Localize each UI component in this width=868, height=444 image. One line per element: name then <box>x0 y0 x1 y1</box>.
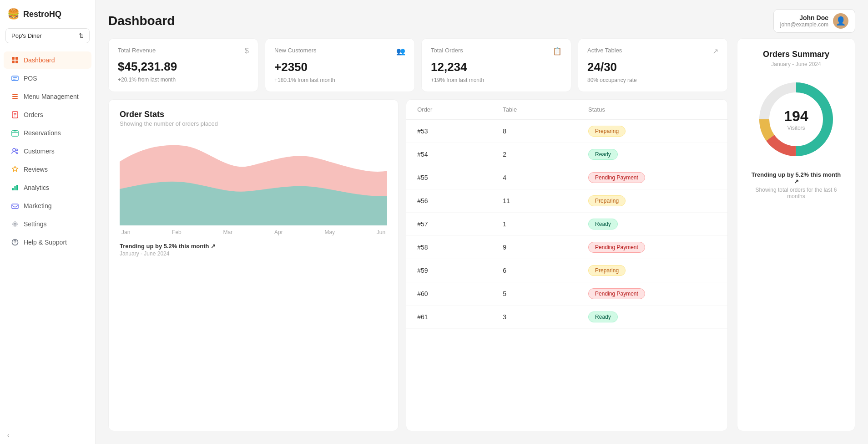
dashboard-content: Total Revenue $ $45,231.89 +20.1% from l… <box>96 38 868 444</box>
status-badge-6: Preparing <box>588 265 626 276</box>
summary-trend-sub: Showing total orders for the last 6 mont… <box>748 187 844 199</box>
sidebar-item-reservations[interactable]: Reservations <box>4 124 91 142</box>
svg-rect-5 <box>13 77 17 78</box>
stat-card-1: New Customers 👥 +2350 +180.1% from last … <box>265 38 415 92</box>
stat-value-2: 12,234 <box>431 60 562 74</box>
pos-icon <box>11 74 19 82</box>
stat-value-3: 24/30 <box>587 60 718 74</box>
cell-order-7: #60 <box>417 290 503 297</box>
svg-rect-9 <box>12 98 18 99</box>
main-content: Dashboard John Doe john@example.com 👤 To… <box>96 0 868 444</box>
svg-rect-21 <box>16 185 18 190</box>
table-header-table: Table <box>503 106 588 113</box>
orders-table-card: OrderTableStatus #53 8 Preparing #54 2 R… <box>406 99 728 431</box>
sidebar-item-pos[interactable]: POS <box>4 70 91 87</box>
user-profile[interactable]: John Doe john@example.com 👤 <box>773 9 855 33</box>
chart-svg <box>120 134 387 225</box>
sidebar-item-menu-management[interactable]: Menu Management <box>4 88 91 105</box>
stat-card-2: Total Orders 📋 12,234 +19% from last mon… <box>421 38 571 92</box>
cell-order-3: #56 <box>417 197 503 204</box>
nav-label-menu-management: Menu Management <box>24 93 79 100</box>
marketing-icon <box>11 202 19 210</box>
orders-summary-card: Orders Summary January - June 2024 <box>737 38 855 431</box>
nav-label-help-support: Help & Support <box>24 239 67 246</box>
summary-trend-icon: ↗ <box>794 178 799 185</box>
sidebar-item-customers[interactable]: Customers <box>4 143 91 160</box>
nav-label-dashboard: Dashboard <box>24 56 55 64</box>
chart-label-apr: Apr <box>274 229 283 235</box>
trend-icon: ↗ <box>211 243 216 250</box>
cell-order-6: #59 <box>417 267 503 274</box>
svg-rect-3 <box>15 61 18 63</box>
cell-status-5: Pending Payment <box>588 242 717 253</box>
svg-rect-15 <box>14 130 15 132</box>
svg-rect-12 <box>14 115 16 115</box>
sidebar-item-analytics[interactable]: Analytics <box>4 179 91 196</box>
nav-label-reservations: Reservations <box>24 129 61 137</box>
status-badge-2: Pending Payment <box>588 172 645 183</box>
logo-icon: 🍔 <box>7 8 20 20</box>
nav-label-marketing: Marketing <box>24 202 51 209</box>
cell-table-2: 4 <box>503 174 588 181</box>
table-row: #61 3 Ready <box>406 306 727 329</box>
sidebar-item-settings[interactable]: Settings <box>4 215 91 233</box>
status-badge-8: Ready <box>588 311 618 322</box>
chart-label-mar: Mar <box>223 229 233 235</box>
svg-point-17 <box>13 148 15 151</box>
content-left: Total Revenue $ $45,231.89 +20.1% from l… <box>108 38 728 431</box>
stat-change-3: 80% occupancy rate <box>587 77 718 83</box>
donut-center: 194 Visitors <box>784 108 808 131</box>
table-row: #56 11 Preparing <box>406 189 727 213</box>
cell-order-4: #57 <box>417 220 503 228</box>
stat-change-1: +180.1% from last month <box>274 77 405 83</box>
sidebar-collapse-button[interactable]: ‹ <box>0 426 95 444</box>
table-header: OrderTableStatus <box>406 100 727 120</box>
stat-card-0: Total Revenue $ $45,231.89 +20.1% from l… <box>108 38 258 92</box>
user-name: John Doe <box>780 14 828 21</box>
table-row: #59 6 Preparing <box>406 259 727 282</box>
donut-value: 194 <box>784 108 808 125</box>
chart-label-may: May <box>324 229 335 235</box>
svg-rect-14 <box>12 131 18 136</box>
cell-status-6: Preparing <box>588 265 717 276</box>
summary-title: Orders Summary <box>763 50 829 59</box>
svg-rect-6 <box>13 79 15 80</box>
sidebar: 🍔 RestroHQ Pop's Diner ⇅ Dashboard POS M… <box>0 0 96 444</box>
svg-point-23 <box>14 223 16 225</box>
table-row: #62 7 Preparing <box>406 329 727 329</box>
stat-value-1: +2350 <box>274 60 405 74</box>
stat-cards: Total Revenue $ $45,231.89 +20.1% from l… <box>108 38 728 92</box>
sidebar-item-dashboard[interactable]: Dashboard <box>4 51 91 69</box>
stat-change-0: +20.1% from last month <box>118 77 249 83</box>
stat-label-0: Total Revenue <box>118 47 156 54</box>
calendar-icon <box>11 129 19 137</box>
chart-label-feb: Feb <box>172 229 182 235</box>
cell-table-3: 11 <box>503 197 588 204</box>
page-header: Dashboard John Doe john@example.com 👤 <box>96 0 868 38</box>
svg-rect-13 <box>14 116 15 116</box>
user-info: John Doe john@example.com <box>780 14 828 28</box>
svg-point-25 <box>15 244 15 244</box>
page-title: Dashboard <box>108 14 175 28</box>
table-row: #58 9 Pending Payment <box>406 236 727 259</box>
sidebar-item-marketing[interactable]: Marketing <box>4 197 91 214</box>
sidebar-item-reviews[interactable]: Reviews <box>4 161 91 178</box>
stat-value-0: $45,231.89 <box>118 60 249 74</box>
cell-order-1: #54 <box>417 151 503 158</box>
app-logo[interactable]: 🍔 RestroHQ <box>0 0 95 28</box>
sidebar-item-help-support[interactable]: Help & Support <box>4 234 91 251</box>
cell-order-5: #58 <box>417 244 503 251</box>
status-badge-7: Pending Payment <box>588 288 645 299</box>
settings-icon <box>11 220 19 228</box>
svg-rect-7 <box>12 94 18 95</box>
chart-period: January - June 2024 <box>120 250 387 257</box>
stat-icon-2: 📋 <box>553 47 562 56</box>
analytics-icon <box>11 184 19 192</box>
store-selector[interactable]: Pop's Diner ⇅ <box>5 28 90 43</box>
cell-table-7: 5 <box>503 290 588 297</box>
sidebar-item-orders[interactable]: Orders <box>4 106 91 123</box>
grid-icon <box>11 56 19 64</box>
collapse-icon: ‹ <box>7 432 9 439</box>
status-badge-0: Preparing <box>588 126 626 137</box>
cell-table-0: 8 <box>503 128 588 135</box>
